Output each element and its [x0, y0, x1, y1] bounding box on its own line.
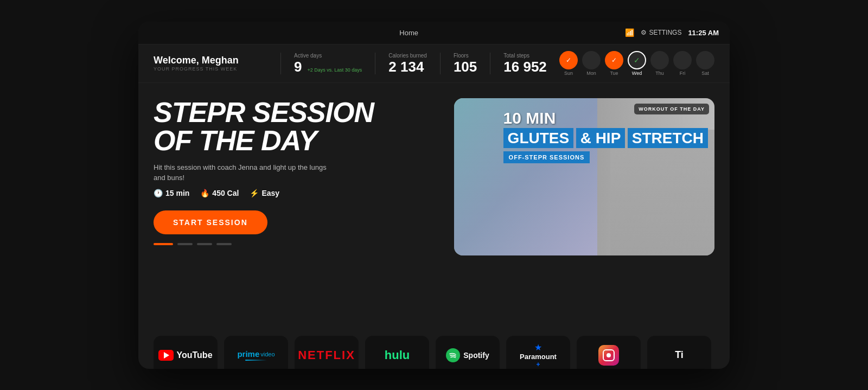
divider	[490, 53, 490, 74]
paramount-app[interactable]: ★ Paramount +	[506, 336, 570, 369]
days-of-week: ✓ Sun Mon ✓ Tue ✓ Wed Thu	[559, 51, 714, 76]
steps-label: Total steps	[503, 53, 547, 59]
calories-value: 2 134	[388, 60, 427, 74]
youtube-app[interactable]: YouTube	[154, 336, 218, 369]
calories-label: Calories burned	[388, 53, 427, 59]
hulu-app[interactable]: hulu	[365, 336, 429, 369]
device-frame: Home 📶 ⚙ SETTINGS 11:25 AM Welcome, Megh…	[138, 22, 730, 369]
session-difficulty: ⚡ Easy	[250, 189, 279, 197]
workout-line4: STRETCH	[628, 128, 708, 149]
steps-value: 16 952	[503, 60, 547, 74]
session-meta: 🕐 15 min 🔥 450 Cal ⚡ Easy	[154, 189, 438, 197]
welcome-name: Welcome, Meghan	[154, 55, 251, 66]
stats-bar: Welcome, Meghan YOUR PROGRESS THIS WEEK …	[138, 44, 730, 83]
day-tue[interactable]: ✓ Tue	[605, 51, 623, 76]
session-description: Hit this session with coach Jenna and li…	[154, 162, 338, 183]
day-wed[interactable]: ✓ Wed	[628, 51, 646, 76]
lightning-icon: ⚡	[250, 189, 259, 197]
session-calories: 🔥 450 Cal	[200, 189, 239, 197]
dot-4[interactable]	[216, 243, 232, 245]
workout-of-day-badge: WORKOUT OF THE DAY	[634, 104, 709, 114]
settings-button[interactable]: ⚙ SETTINGS	[641, 29, 681, 36]
active-days-sub: +2 Days vs. Last 30 days	[307, 67, 362, 73]
instagram-app[interactable]	[577, 336, 641, 369]
left-panel: STEPR SESSION OF THE DAY Hit this sessio…	[154, 98, 438, 327]
workout-card[interactable]: 10 MIN GLUTES & HIP STRETCH OFF-STEPR SE…	[454, 98, 714, 255]
spotify-app[interactable]: Spotify	[436, 336, 500, 369]
clock: 11:25 AM	[688, 29, 719, 37]
welcome-block: Welcome, Meghan YOUR PROGRESS THIS WEEK	[154, 55, 251, 72]
clock-icon: 🕐	[154, 189, 163, 197]
netflix-app[interactable]: NETFLIX	[295, 336, 359, 369]
steps-stat: Total steps 16 952	[503, 53, 547, 74]
fire-icon: 🔥	[200, 189, 209, 197]
day-sat[interactable]: Sat	[696, 51, 714, 76]
day-mon[interactable]: Mon	[582, 51, 601, 76]
divider	[440, 53, 441, 74]
active-days-stat: Active days 9 +2 Days vs. Last 30 days	[294, 53, 362, 74]
start-session-button[interactable]: START SESSION	[154, 210, 267, 234]
dot-1[interactable]	[154, 243, 173, 245]
day-thu[interactable]: Thu	[650, 51, 669, 76]
workout-line3: & HIP	[576, 128, 626, 149]
day-fri[interactable]: Fri	[673, 51, 692, 76]
dot-2[interactable]	[177, 243, 193, 245]
wifi-icon: 📶	[625, 28, 634, 37]
floors-label: Floors	[454, 53, 477, 59]
prime-video-app[interactable]: prime video	[224, 336, 288, 369]
progress-label: YOUR PROGRESS THIS WEEK	[154, 66, 251, 72]
main-content: STEPR SESSION OF THE DAY Hit this sessio…	[138, 83, 730, 336]
active-days-value: 9	[294, 60, 302, 74]
calories-stat: Calories burned 2 134	[388, 53, 427, 74]
divider	[375, 53, 375, 74]
day-sun[interactable]: ✓ Sun	[559, 51, 578, 76]
floors-value: 105	[454, 60, 477, 74]
workout-banner: OFF-STEPR SESSIONS	[503, 151, 590, 163]
active-days-label: Active days	[294, 53, 362, 59]
gear-icon: ⚙	[641, 29, 647, 36]
session-duration: 🕐 15 min	[154, 189, 189, 197]
floors-stat: Floors 105	[454, 53, 477, 74]
right-panel: 10 MIN GLUTES & HIP STRETCH OFF-STEPR SE…	[454, 98, 714, 327]
dot-3[interactable]	[197, 243, 212, 245]
top-bar: Home 📶 ⚙ SETTINGS 11:25 AM	[138, 22, 730, 44]
carousel-dots	[154, 243, 438, 245]
tiktok-app[interactable]: Ti	[647, 336, 711, 369]
workout-line2: GLUTES	[503, 128, 574, 149]
page-title: Home	[399, 29, 418, 37]
session-title: STEPR SESSION OF THE DAY	[154, 98, 438, 155]
streaming-bar: YouTube prime video NETFLIX hulu	[138, 336, 730, 369]
divider	[280, 53, 281, 74]
top-bar-right: 📶 ⚙ SETTINGS 11:25 AM	[625, 28, 719, 37]
